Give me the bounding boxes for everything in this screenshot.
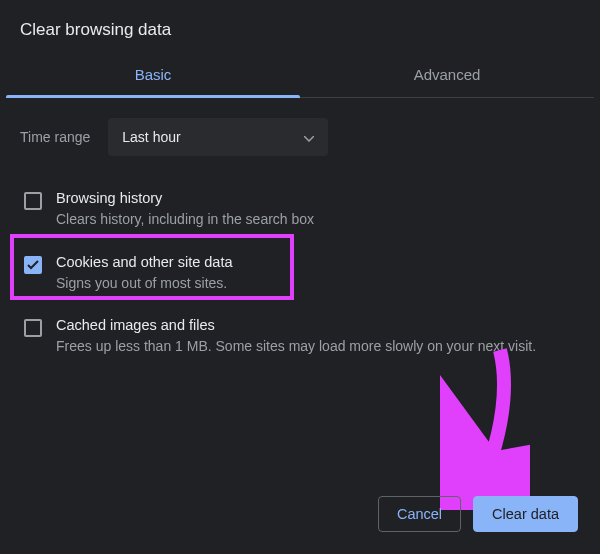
clear-data-button[interactable]: Clear data [473, 496, 578, 532]
option-title: Cached images and files [56, 317, 576, 333]
tab-basic[interactable]: Basic [6, 56, 300, 97]
checkbox-cookies[interactable] [24, 256, 42, 274]
option-cookies[interactable]: Cookies and other site data Signs you ou… [20, 242, 580, 306]
cancel-button[interactable]: Cancel [378, 496, 461, 532]
tabs: Basic Advanced [6, 56, 594, 98]
time-range-label: Time range [20, 129, 90, 145]
time-range-select[interactable]: Last hour [108, 118, 328, 156]
option-title: Browsing history [56, 190, 576, 206]
chevron-down-icon [304, 128, 314, 146]
options-list: Browsing history Clears history, includi… [0, 172, 600, 369]
dialog-actions: Cancel Clear data [378, 496, 578, 532]
checkbox-browsing-history[interactable] [24, 192, 42, 210]
option-cached[interactable]: Cached images and files Frees up less th… [20, 305, 580, 369]
time-range-value: Last hour [122, 129, 180, 145]
option-texts: Cookies and other site data Signs you ou… [56, 254, 576, 294]
time-range-row: Time range Last hour [0, 98, 600, 172]
option-texts: Browsing history Clears history, includi… [56, 190, 576, 230]
tab-advanced[interactable]: Advanced [300, 56, 594, 97]
option-description: Clears history, including in the search … [56, 210, 576, 230]
option-description: Frees up less than 1 MB. Some sites may … [56, 337, 576, 357]
option-description: Signs you out of most sites. [56, 274, 576, 294]
option-title: Cookies and other site data [56, 254, 576, 270]
option-browsing-history[interactable]: Browsing history Clears history, includi… [20, 178, 580, 242]
checkbox-cached[interactable] [24, 319, 42, 337]
option-texts: Cached images and files Frees up less th… [56, 317, 576, 357]
dialog-title: Clear browsing data [0, 0, 600, 56]
